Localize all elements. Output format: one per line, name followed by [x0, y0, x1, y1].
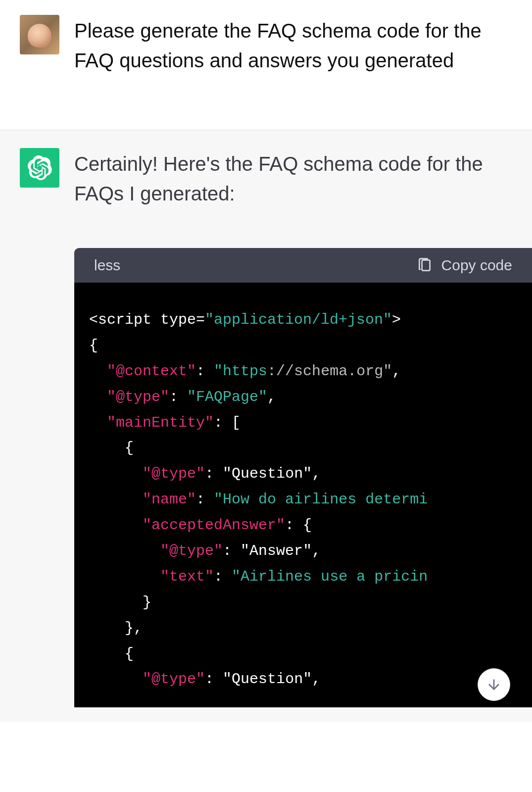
code-block: less Copy code <script type="application… — [74, 248, 532, 707]
assistant-message-section: Certainly! Here's the FAQ schema code fo… — [0, 130, 532, 722]
openai-logo-icon — [27, 155, 52, 181]
code-language-label: less — [94, 257, 120, 274]
user-message-text: Please generate the FAQ schema code for … — [74, 15, 512, 75]
code-block-header: less Copy code — [74, 248, 532, 283]
assistant-avatar — [20, 148, 59, 188]
scroll-down-button[interactable] — [478, 668, 510, 701]
user-avatar — [20, 15, 59, 54]
copy-code-button[interactable]: Copy code — [417, 257, 512, 274]
assistant-message-text: Certainly! Here's the FAQ schema code fo… — [74, 148, 502, 208]
copy-code-label: Copy code — [441, 257, 512, 274]
user-message-section: Please generate the FAQ schema code for … — [0, 0, 532, 130]
clipboard-icon — [417, 257, 433, 273]
arrow-down-icon — [486, 677, 502, 693]
code-content[interactable]: <script type="application/ld+json"> { "@… — [74, 283, 532, 707]
svg-rect-0 — [422, 260, 430, 270]
